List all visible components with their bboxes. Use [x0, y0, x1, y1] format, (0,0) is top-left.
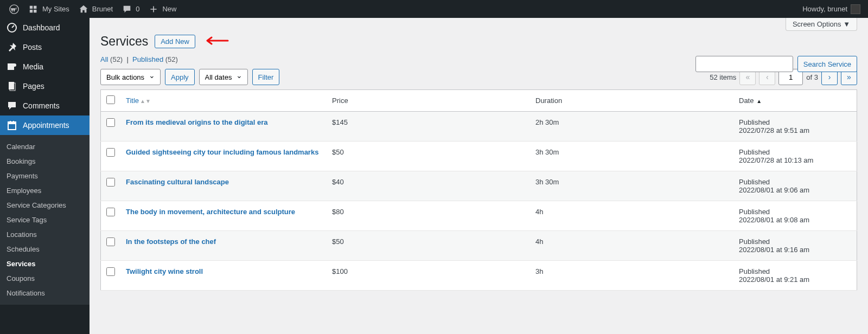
- submenu-schedules[interactable]: Schedules: [0, 242, 90, 256]
- sort-icon: ▲: [755, 98, 762, 104]
- svg-rect-3: [30, 9, 33, 12]
- submenu-calendar[interactable]: Calendar: [0, 139, 90, 154]
- select-all-checkbox[interactable]: [106, 95, 115, 104]
- comments-link[interactable]: 0: [117, 0, 144, 18]
- row-title-link[interactable]: Guided sightseeing city tour including f…: [126, 148, 318, 156]
- submenu-service-tags[interactable]: Service Tags: [0, 213, 90, 227]
- comment-icon: [7, 100, 17, 111]
- table-row: The body in movement, architecture and s…: [101, 201, 857, 231]
- col-date-header[interactable]: Date ▲: [733, 90, 857, 112]
- row-title-link[interactable]: Fascinating cultural landscape: [126, 178, 229, 186]
- col-duration-header: Duration: [530, 90, 733, 112]
- row-title-link[interactable]: Twilight city wine stroll: [126, 267, 203, 275]
- row-checkbox[interactable]: [106, 208, 115, 216]
- screen-options-label: Screen Options: [793, 20, 841, 28]
- site-link[interactable]: Brunet: [74, 0, 117, 18]
- row-date: Published2022/08/01 at 9:16 am: [733, 231, 857, 261]
- row-date: Published2022/08/01 at 9:08 am: [733, 201, 857, 231]
- submenu-coupons[interactable]: Coupons: [0, 271, 90, 286]
- row-title-link[interactable]: In the footsteps of the chef: [126, 237, 216, 246]
- filter-all-count: (52): [110, 55, 123, 63]
- filter-published-count: (52): [165, 55, 178, 63]
- row-checkbox[interactable]: [106, 178, 115, 187]
- add-new-button[interactable]: Add New: [155, 35, 195, 48]
- svg-rect-6: [8, 63, 14, 70]
- main-content: Screen Options ▼ Services Add New All (5…: [90, 18, 868, 301]
- row-duration: 4h: [530, 201, 733, 231]
- comments-count: 0: [136, 5, 139, 13]
- row-duration: 3h 30m: [530, 171, 733, 201]
- services-table: Title▲▼ Price Duration Date ▲ From its m…: [100, 89, 857, 291]
- filter-published[interactable]: Published: [132, 55, 163, 63]
- submenu-bookings[interactable]: Bookings: [0, 154, 90, 169]
- col-title-header[interactable]: Title▲▼: [120, 90, 327, 112]
- row-date: Published2022/08/01 at 9:21 am: [733, 261, 857, 291]
- row-duration: 4h: [530, 231, 733, 261]
- svg-rect-2: [34, 5, 36, 8]
- sidebar-item-posts[interactable]: Posts: [0, 37, 90, 57]
- col-price-header: Price: [327, 90, 530, 112]
- dashboard-icon: [7, 22, 17, 33]
- bulk-actions-select[interactable]: Bulk actions: [100, 69, 161, 85]
- sort-icon: ▲▼: [140, 98, 151, 104]
- search-button[interactable]: Search Service: [797, 56, 857, 72]
- select-all-header: [101, 90, 121, 112]
- row-price: $80: [327, 201, 530, 231]
- submenu-employees[interactable]: Employees: [0, 183, 90, 198]
- row-duration: 2h 30m: [530, 112, 733, 142]
- wp-logo[interactable]: [4, 0, 24, 18]
- svg-rect-11: [8, 122, 16, 124]
- my-sites-link[interactable]: My Sites: [24, 0, 74, 18]
- sidebar-item-label: Media: [23, 62, 43, 71]
- sidebar-item-media[interactable]: Media: [0, 57, 90, 76]
- row-title-link[interactable]: The body in movement, architecture and s…: [126, 208, 295, 216]
- submenu-payments[interactable]: Payments: [0, 169, 90, 183]
- row-duration: 3h: [530, 261, 733, 291]
- chevron-down-icon: ▼: [843, 20, 850, 28]
- apply-button[interactable]: Apply: [165, 69, 195, 85]
- row-date: Published2022/07/28 at 10:13 am: [733, 142, 857, 171]
- row-checkbox[interactable]: [106, 118, 115, 127]
- row-price: $145: [327, 112, 530, 142]
- comment-icon: [122, 4, 132, 15]
- site-name-label: Brunet: [92, 5, 113, 13]
- table-row: From its medieval origins to the digital…: [101, 112, 857, 142]
- row-price: $50: [327, 142, 530, 171]
- my-sites-label: My Sites: [42, 5, 69, 13]
- sidebar-item-dashboard[interactable]: Dashboard: [0, 18, 90, 37]
- submenu-notifications[interactable]: Notifications: [0, 286, 90, 300]
- row-date: Published2022/08/01 at 9:06 am: [733, 171, 857, 201]
- row-title-link[interactable]: From its medieval origins to the digital…: [126, 118, 268, 126]
- appointments-submenu: Calendar Bookings Payments Employees Ser…: [0, 135, 90, 305]
- page-of-label: of 3: [806, 73, 818, 81]
- submenu-services[interactable]: Services: [0, 256, 90, 271]
- sidebar-item-comments[interactable]: Comments: [0, 96, 90, 115]
- sidebar-item-label: Comments: [23, 101, 60, 110]
- row-price: $50: [327, 231, 530, 261]
- topbar-right[interactable]: Howdy, brunet: [802, 4, 864, 14]
- row-price: $100: [327, 261, 530, 291]
- date-filter-select[interactable]: All dates: [199, 69, 248, 85]
- topbar-left: My Sites Brunet 0 New: [4, 0, 181, 18]
- admin-sidebar: Dashboard Posts Media Pages Comments App…: [0, 18, 90, 334]
- submenu-service-categories[interactable]: Service Categories: [0, 198, 90, 213]
- filter-all[interactable]: All: [100, 55, 108, 63]
- page-icon: [7, 81, 17, 92]
- sidebar-item-appointments[interactable]: Appointments: [0, 115, 90, 135]
- search-box: Search Service: [695, 56, 857, 72]
- sites-icon: [28, 4, 39, 15]
- screen-options-toggle[interactable]: Screen Options ▼: [786, 18, 857, 31]
- submenu-locations[interactable]: Locations: [0, 227, 90, 242]
- row-checkbox[interactable]: [106, 148, 115, 157]
- row-checkbox[interactable]: [106, 267, 115, 276]
- new-link[interactable]: New: [144, 0, 181, 18]
- wordpress-icon: [9, 4, 20, 15]
- sidebar-item-label: Dashboard: [23, 23, 60, 32]
- pin-icon: [7, 42, 17, 53]
- sidebar-item-pages[interactable]: Pages: [0, 76, 90, 96]
- arrow-indicator-icon: [202, 36, 229, 47]
- search-input[interactable]: [695, 56, 793, 72]
- home-icon: [78, 4, 89, 15]
- filter-button[interactable]: Filter: [252, 69, 280, 85]
- row-checkbox[interactable]: [106, 237, 115, 246]
